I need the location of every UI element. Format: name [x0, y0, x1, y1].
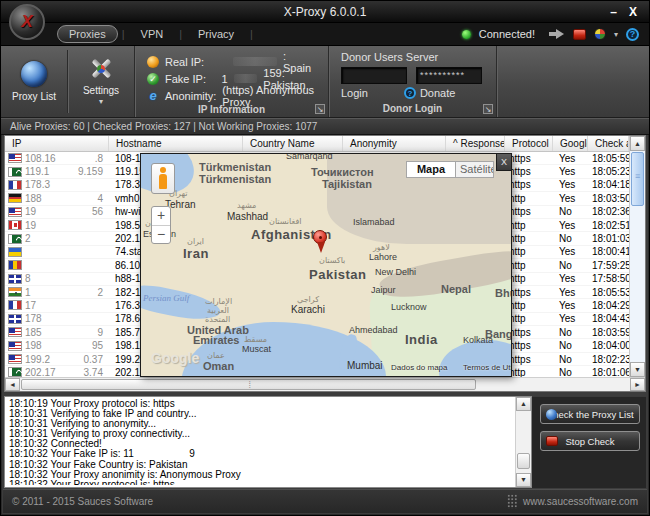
ip-suffix: 95 — [92, 340, 103, 351]
check-at-cell: 18:04:18 — [588, 179, 629, 190]
fake-ip-label: Fake IP: — [165, 73, 216, 85]
protocol-cell: https — [505, 354, 553, 365]
google-cell: Yes — [553, 220, 588, 231]
title-bar[interactable]: X X-Proxy 6.0.0.1 – X — [1, 1, 649, 23]
column-header[interactable]: Anonymity — [343, 136, 446, 151]
country-flag-icon — [8, 274, 22, 284]
google-cell: No — [553, 233, 588, 244]
donate-label[interactable]: Donate — [420, 87, 455, 99]
tab-privacy[interactable]: Privacy — [186, 25, 246, 43]
go-arrow-icon[interactable] — [549, 29, 565, 39]
help-icon[interactable]: ? — [626, 28, 639, 41]
map-label: العربية — [207, 307, 229, 315]
minimize-button[interactable]: – — [610, 5, 617, 19]
map-label: Persian Gulf — [143, 294, 189, 303]
map-label: Bangla — [485, 329, 512, 340]
map-zoom-control[interactable]: + − — [151, 206, 171, 244]
country-flag-icon — [8, 327, 22, 337]
scroll-down-arrow-icon[interactable]: ▼ — [630, 362, 645, 377]
column-header[interactable]: Google — [553, 136, 588, 151]
map-label: Mumbai — [347, 361, 383, 371]
protocol-cell: http — [505, 260, 553, 271]
log-scroll-thumb[interactable] — [517, 453, 530, 469]
settings-button[interactable]: Settings ▾ — [68, 46, 134, 117]
table-vertical-scrollbar[interactable]: ▲ ▼ — [629, 136, 645, 377]
donor-login-input[interactable] — [341, 67, 407, 84]
map-label: الإمارات — [205, 298, 232, 306]
column-header[interactable]: IP — [5, 136, 109, 151]
column-header[interactable]: Hostname — [109, 136, 243, 151]
map-label: India — [405, 333, 438, 346]
donor-login-expand-icon[interactable]: ↘ — [483, 104, 493, 114]
column-header[interactable]: Protocol — [505, 136, 553, 151]
theme-dropdown-caret-icon[interactable]: ▾ — [614, 30, 618, 39]
country-flag-icon — [8, 247, 22, 257]
google-cell: Yes — [553, 313, 588, 324]
country-flag-icon — [8, 260, 22, 270]
website-link[interactable]: www.saucessoftware.com — [523, 496, 638, 507]
map-label: Google — [151, 351, 199, 365]
log-line: 18:10:32 Your Proxy protocol is: https — [9, 480, 513, 485]
google-cell: Yes — [553, 153, 588, 164]
anonymity-e-icon: e — [147, 88, 159, 103]
map-type-map-button[interactable]: Mapa — [406, 161, 456, 178]
map-label: Nepal — [441, 284, 471, 295]
scroll-up-arrow-icon[interactable]: ▲ — [630, 136, 645, 151]
horizontal-scroll-thumb[interactable] — [21, 379, 476, 390]
stop-icon[interactable] — [573, 29, 586, 40]
close-button[interactable]: X — [629, 5, 637, 19]
tab-vpn[interactable]: VPN — [129, 25, 176, 43]
zoom-in-button[interactable]: + — [152, 207, 170, 225]
check-at-cell: 18:02:51 — [588, 220, 629, 231]
vertical-scroll-thumb[interactable] — [631, 152, 644, 206]
ip-prefix: 19 — [25, 220, 36, 231]
check-proxy-list-button[interactable]: Check the Proxy List — [540, 404, 640, 424]
map-location-marker[interactable] — [313, 230, 327, 253]
resize-grip[interactable] — [507, 494, 518, 509]
check-at-cell: 18:00:41 — [588, 246, 629, 257]
log-panel[interactable]: 18:10:19 Your Proxy protocol is: https18… — [4, 396, 532, 488]
table-horizontal-scrollbar[interactable]: ◄ ► — [5, 377, 645, 391]
pegman-control[interactable] — [151, 163, 175, 194]
fake-ip-redacted — [234, 74, 258, 83]
log-scroll-down-icon[interactable]: ▼ — [516, 473, 531, 487]
column-header[interactable]: ^ Response ... — [446, 136, 505, 151]
ip-prefix: 199.2 — [25, 354, 50, 365]
tab-proxies[interactable]: Proxies — [57, 25, 118, 43]
scroll-right-arrow-icon[interactable]: ► — [630, 378, 645, 391]
stop-check-button[interactable]: Stop Check — [540, 431, 640, 451]
map-close-button[interactable]: X — [496, 154, 511, 171]
scroll-left-arrow-icon[interactable]: ◄ — [5, 378, 20, 391]
real-ip-icon — [147, 56, 159, 68]
protocol-cell: http — [505, 313, 553, 324]
ip-information-expand-icon[interactable]: ↘ — [315, 104, 325, 114]
map-label: Ahmedabad — [349, 326, 398, 335]
map-type-satellite-button[interactable]: Satélite — [456, 161, 494, 178]
app-logo-icon: X — [9, 4, 45, 40]
google-cell: Yes — [553, 287, 588, 298]
google-cell: No — [553, 206, 588, 217]
bottom-panel: 18:10:19 Your Proxy protocol is: https18… — [4, 396, 646, 488]
proxy-list-button[interactable]: Proxy List — [1, 46, 67, 117]
map-label: باكستان — [319, 257, 345, 265]
map-label: افغانستان — [269, 218, 301, 226]
donor-login-group-label: Donor Login — [329, 103, 496, 117]
check-at-cell: 18:05:59 — [588, 153, 629, 164]
log-scrollbar[interactable]: ▲ ▼ — [515, 397, 531, 487]
column-header[interactable]: Country Name — [243, 136, 343, 151]
map-label: Samarqand — [286, 153, 333, 161]
donate-help-icon[interactable]: ? — [404, 87, 416, 99]
map-popup[interactable]: + − Mapa Satélite X SamarqandTürkmenista… — [140, 153, 512, 377]
check-at-cell: 17:58:50 — [588, 273, 629, 284]
check-at-cell: 18:04:00 — [588, 340, 629, 351]
ip-suffix: 3.74 — [84, 367, 103, 377]
google-cell: Yes — [553, 193, 588, 204]
google-cell: Yes — [553, 166, 588, 177]
theme-palette-icon[interactable] — [594, 28, 606, 40]
zoom-out-button[interactable]: − — [152, 225, 170, 243]
check-at-cell: 18:03:50 — [588, 193, 629, 204]
column-header[interactable]: Check at — [588, 136, 629, 151]
donor-password-input[interactable]: ********** — [416, 67, 482, 84]
log-scroll-up-icon[interactable]: ▲ — [516, 397, 531, 411]
protocol-cell: https — [505, 153, 553, 164]
